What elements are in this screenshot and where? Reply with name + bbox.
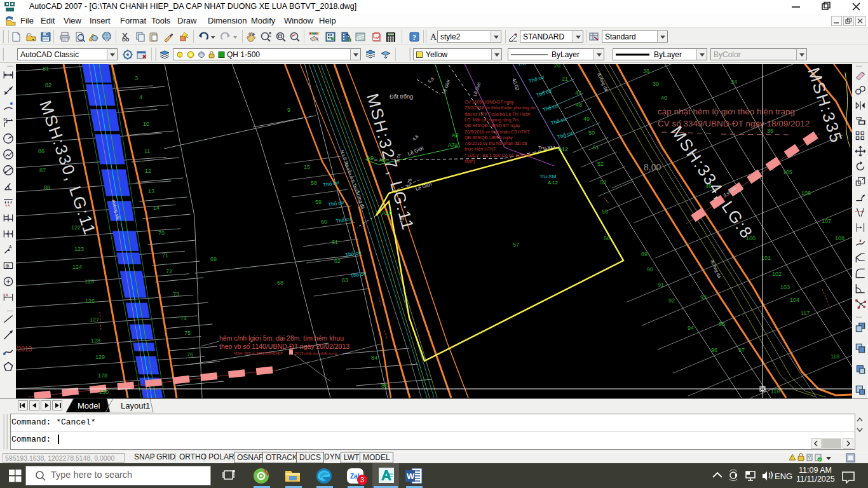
svg-text:!: ! [791, 455, 792, 461]
svg-text:10: 10 [143, 121, 149, 127]
svg-text:A: A [9, 245, 12, 249]
svg-text:103: 103 [780, 284, 790, 290]
svg-text:A6: A6 [452, 132, 459, 139]
svg-text:13: 13 [148, 188, 154, 194]
svg-text:38: 38 [643, 68, 649, 74]
svg-text:90: 90 [647, 266, 653, 273]
svg-text:Trụ-XM: Trụ-XM [538, 145, 555, 151]
svg-text:Trụ-XM: Trụ-XM [539, 173, 557, 179]
svg-text:130: 130 [99, 389, 109, 395]
svg-text:102: 102 [772, 271, 782, 277]
svg-text:75: 75 [184, 330, 191, 336]
svg-text:72: 72 [166, 268, 172, 274]
svg-text:87: 87 [39, 167, 46, 173]
svg-text:81: 81 [43, 65, 49, 72]
svg-text:50: 50 [588, 130, 595, 136]
svg-text:/2013: /2013 [16, 346, 32, 353]
svg-text:8,00: 8,00 [644, 162, 661, 172]
svg-text:Layout1: Layout1 [121, 401, 150, 410]
svg-text:104: 104 [790, 297, 799, 303]
svg-text:A12: A12 [558, 146, 568, 152]
svg-text:26/5/2016 vv tiếp nhận CS HTKT: 26/5/2016 vv tiếp nhận CS HTKT. [465, 129, 531, 135]
svg-text:69: 69 [210, 256, 217, 262]
svg-text:Thổ cư: Thổ cư [350, 271, 367, 279]
svg-text:125: 125 [85, 278, 94, 285]
svg-text:9: 9 [287, 107, 290, 113]
svg-text:40: 40 [661, 95, 667, 101]
svg-text:A9: A9 [367, 155, 374, 161]
svg-text:21: 21 [562, 76, 568, 82]
svg-text:3: 3 [135, 75, 138, 81]
svg-text:A: A [430, 32, 437, 42]
svg-text:11: 11 [144, 148, 150, 154]
svg-text:93: 93 [700, 294, 707, 301]
svg-text:ranh): ranh) [465, 159, 475, 164]
svg-text:55: 55 [602, 208, 608, 215]
svg-text:W: W [407, 471, 415, 481]
svg-text:QĐ 909/QĐ-UBND ngày: QĐ 909/QĐ-UBND ngày [465, 135, 513, 140]
svg-text:95: 95 [719, 321, 725, 327]
svg-text:Lề Giới: Lề Giới [441, 79, 451, 95]
svg-text:MSH: 665 ᵥb 1282/UBND-ĐT: MSH: 665 ᵥb 1282/UBND-ĐT [234, 351, 283, 355]
svg-text:85: 85 [381, 383, 388, 389]
svg-text:82: 82 [45, 82, 51, 88]
svg-text:70: 70 [158, 230, 165, 236]
svg-text:Thổ cư: Thổ cư [550, 116, 568, 126]
svg-text:cập nhật hẻm lộ giới theo hiện: cập nhật hẻm lộ giới theo hiện trạng [658, 107, 795, 116]
svg-text:hẻm c/nh lgiới 5m. dài 28m. tì: hẻm c/nh lgiới 5m. dài 28m. tìm hẻm khuu [219, 334, 344, 342]
svg-text:39: 39 [653, 81, 659, 87]
svg-text:73: 73 [173, 291, 179, 297]
svg-text:34: 34 [731, 79, 737, 85]
svg-text:94: 94 [688, 325, 694, 331]
svg-text:123: 123 [74, 246, 84, 252]
svg-text:88: 88 [44, 184, 50, 191]
svg-text:178: 178 [98, 372, 107, 379]
svg-text:* Lưu ý : Bд 1.500.Có cỏ. (khu: * Lưu ý : Bд 1.500.Có cỏ. (khu lại [465, 153, 531, 158]
svg-text:105: 105 [783, 169, 792, 175]
svg-text:56: 56 [604, 235, 610, 241]
svg-text:CV 1605/UBND-ĐT ngày: CV 1605/UBND-ĐT ngày [465, 100, 514, 105]
svg-text:12: 12 [145, 168, 151, 174]
svg-text:Thổ cư: Thổ cư [528, 74, 546, 85]
svg-text:M.s Đ Nguyễn Ảnh Thủ: M.s Đ Nguyễn Ảnh Thủ [339, 149, 360, 192]
svg-text:117: 117 [801, 310, 810, 316]
svg-text:107: 107 [822, 218, 831, 224]
svg-text:đường đá: đường đá [709, 259, 722, 279]
svg-text:48: 48 [576, 102, 582, 108]
svg-text:60: 60 [321, 219, 327, 225]
svg-text:25/2/2016 vv thỏa thuận phương: 25/2/2016 vv thỏa thuận phương án [465, 105, 536, 111]
svg-text:A10: A10 [382, 210, 392, 216]
svg-text:68: 68 [277, 280, 283, 286]
svg-text:36: 36 [767, 128, 773, 134]
svg-text:86: 86 [38, 148, 44, 154]
svg-text:49: 49 [583, 116, 590, 122]
svg-text:Thổ cư: Thổ cư [557, 130, 574, 140]
svg-text:126: 126 [85, 298, 95, 304]
svg-text:2013 phải duy nhất xong: 2013 phải duy nhất xong [295, 351, 337, 355]
svg-text:4: 4 [139, 94, 142, 100]
svg-text:theo vb số 1140/UBND-ĐT ngày 2: theo vb số 1140/UBND-ĐT ngày 20/02/2013 [219, 342, 349, 350]
svg-text:58: 58 [311, 180, 317, 186]
svg-text:96: 96 [711, 347, 717, 353]
svg-text:A7a: A7a [448, 142, 458, 148]
svg-text:Lề Giới: Lề Giới [471, 81, 481, 97]
svg-text:Thổ cư: Thổ cư [328, 200, 345, 208]
svg-text:Lề Giới: Lề Giới [415, 181, 433, 192]
svg-text:40,02: 40,02 [511, 78, 520, 92]
svg-text:92: 92 [668, 297, 675, 304]
svg-text:A: A [6, 293, 9, 297]
svg-text:129: 129 [95, 354, 105, 360]
svg-text:90: 90 [3, 118, 7, 121]
svg-text:108: 108 [835, 235, 844, 241]
svg-text:đầu tư HTKT của bà Lê Thị Hoàn: đầu tư HTKT của bà Lê Thị Hoàn. [465, 111, 531, 116]
svg-text:97: 97 [738, 347, 745, 353]
svg-text:?: ? [412, 33, 416, 42]
svg-text:15: 15 [304, 164, 310, 170]
svg-text:53: 53 [600, 179, 606, 186]
svg-text:Thổ cư: Thổ cư [542, 102, 560, 113]
svg-text:14: 14 [153, 205, 159, 211]
svg-text:74: 74 [180, 315, 187, 322]
svg-text:đường đá: đường đá [596, 72, 609, 92]
svg-text:LG: Mặt cắt ngang rộng 7m.: LG: Mặt cắt ngang rộng 7m. [465, 117, 520, 123]
svg-text:A 12: A 12 [548, 180, 559, 186]
